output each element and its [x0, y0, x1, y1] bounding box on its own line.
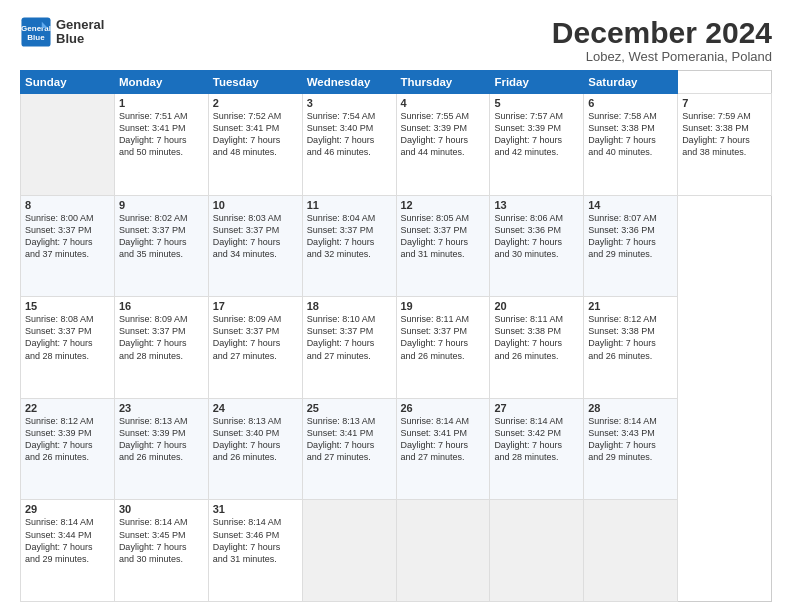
logo-line2: Blue	[56, 32, 104, 46]
col-monday: Monday	[114, 71, 208, 94]
day-info: Sunrise: 8:02 AMSunset: 3:37 PMDaylight:…	[119, 212, 204, 261]
day-info: Sunrise: 8:14 AMSunset: 3:41 PMDaylight:…	[401, 415, 486, 464]
day-info: Sunrise: 8:12 AMSunset: 3:38 PMDaylight:…	[588, 313, 673, 362]
day-info: Sunrise: 8:03 AMSunset: 3:37 PMDaylight:…	[213, 212, 298, 261]
day-number: 11	[307, 199, 392, 211]
day-info: Sunrise: 8:14 AMSunset: 3:42 PMDaylight:…	[494, 415, 579, 464]
calendar-week-1: 8Sunrise: 8:00 AMSunset: 3:37 PMDaylight…	[21, 195, 772, 297]
col-wednesday: Wednesday	[302, 71, 396, 94]
calendar-cell: 17Sunrise: 8:09 AMSunset: 3:37 PMDayligh…	[208, 297, 302, 399]
day-number: 14	[588, 199, 673, 211]
calendar-cell: 3Sunrise: 7:54 AMSunset: 3:40 PMDaylight…	[302, 94, 396, 196]
day-info: Sunrise: 8:05 AMSunset: 3:37 PMDaylight:…	[401, 212, 486, 261]
calendar-cell: 22Sunrise: 8:12 AMSunset: 3:39 PMDayligh…	[21, 398, 115, 500]
calendar-cell: 29Sunrise: 8:14 AMSunset: 3:44 PMDayligh…	[21, 500, 115, 602]
day-info: Sunrise: 8:09 AMSunset: 3:37 PMDaylight:…	[213, 313, 298, 362]
col-saturday: Saturday	[584, 71, 678, 94]
day-info: Sunrise: 8:07 AMSunset: 3:36 PMDaylight:…	[588, 212, 673, 261]
day-info: Sunrise: 8:10 AMSunset: 3:37 PMDaylight:…	[307, 313, 392, 362]
col-sunday: Sunday	[21, 71, 115, 94]
day-number: 13	[494, 199, 579, 211]
calendar-cell	[584, 500, 678, 602]
day-info: Sunrise: 8:08 AMSunset: 3:37 PMDaylight:…	[25, 313, 110, 362]
day-number: 9	[119, 199, 204, 211]
calendar-cell: 15Sunrise: 8:08 AMSunset: 3:37 PMDayligh…	[21, 297, 115, 399]
header: General Blue General Blue December 2024 …	[20, 16, 772, 64]
calendar-body: 1Sunrise: 7:51 AMSunset: 3:41 PMDaylight…	[21, 94, 772, 602]
calendar-cell: 11Sunrise: 8:04 AMSunset: 3:37 PMDayligh…	[302, 195, 396, 297]
calendar-cell: 23Sunrise: 8:13 AMSunset: 3:39 PMDayligh…	[114, 398, 208, 500]
calendar-cell	[302, 500, 396, 602]
day-number: 26	[401, 402, 486, 414]
calendar-cell: 28Sunrise: 8:14 AMSunset: 3:43 PMDayligh…	[584, 398, 678, 500]
day-number: 27	[494, 402, 579, 414]
calendar-cell: 31Sunrise: 8:14 AMSunset: 3:46 PMDayligh…	[208, 500, 302, 602]
calendar-cell: 18Sunrise: 8:10 AMSunset: 3:37 PMDayligh…	[302, 297, 396, 399]
day-number: 17	[213, 300, 298, 312]
calendar-cell: 21Sunrise: 8:12 AMSunset: 3:38 PMDayligh…	[584, 297, 678, 399]
day-number: 3	[307, 97, 392, 109]
day-number: 18	[307, 300, 392, 312]
day-number: 1	[119, 97, 204, 109]
calendar-week-0: 1Sunrise: 7:51 AMSunset: 3:41 PMDaylight…	[21, 94, 772, 196]
col-tuesday: Tuesday	[208, 71, 302, 94]
day-info: Sunrise: 8:13 AMSunset: 3:41 PMDaylight:…	[307, 415, 392, 464]
day-number: 4	[401, 97, 486, 109]
day-info: Sunrise: 7:55 AMSunset: 3:39 PMDaylight:…	[401, 110, 486, 159]
calendar-cell: 26Sunrise: 8:14 AMSunset: 3:41 PMDayligh…	[396, 398, 490, 500]
calendar-cell: 16Sunrise: 8:09 AMSunset: 3:37 PMDayligh…	[114, 297, 208, 399]
day-number: 20	[494, 300, 579, 312]
calendar-cell: 8Sunrise: 8:00 AMSunset: 3:37 PMDaylight…	[21, 195, 115, 297]
day-number: 8	[25, 199, 110, 211]
day-number: 30	[119, 503, 204, 515]
calendar-week-4: 29Sunrise: 8:14 AMSunset: 3:44 PMDayligh…	[21, 500, 772, 602]
day-number: 31	[213, 503, 298, 515]
day-info: Sunrise: 8:11 AMSunset: 3:37 PMDaylight:…	[401, 313, 486, 362]
day-info: Sunrise: 8:14 AMSunset: 3:46 PMDaylight:…	[213, 516, 298, 565]
day-number: 19	[401, 300, 486, 312]
day-number: 5	[494, 97, 579, 109]
day-number: 16	[119, 300, 204, 312]
title-block: December 2024 Lobez, West Pomerania, Pol…	[552, 16, 772, 64]
day-number: 25	[307, 402, 392, 414]
col-thursday: Thursday	[396, 71, 490, 94]
day-info: Sunrise: 8:06 AMSunset: 3:36 PMDaylight:…	[494, 212, 579, 261]
svg-text:Blue: Blue	[27, 33, 45, 42]
location-subtitle: Lobez, West Pomerania, Poland	[552, 49, 772, 64]
calendar-cell: 25Sunrise: 8:13 AMSunset: 3:41 PMDayligh…	[302, 398, 396, 500]
logo: General Blue General Blue	[20, 16, 104, 48]
calendar-cell: 9Sunrise: 8:02 AMSunset: 3:37 PMDaylight…	[114, 195, 208, 297]
day-number: 6	[588, 97, 673, 109]
calendar-header: Sunday Monday Tuesday Wednesday Thursday…	[21, 71, 772, 94]
calendar-cell: 7Sunrise: 7:59 AMSunset: 3:38 PMDaylight…	[678, 94, 772, 196]
calendar-cell: 4Sunrise: 7:55 AMSunset: 3:39 PMDaylight…	[396, 94, 490, 196]
logo-text: General Blue	[56, 18, 104, 47]
calendar-cell: 10Sunrise: 8:03 AMSunset: 3:37 PMDayligh…	[208, 195, 302, 297]
calendar-cell: 24Sunrise: 8:13 AMSunset: 3:40 PMDayligh…	[208, 398, 302, 500]
col-friday: Friday	[490, 71, 584, 94]
logo-line1: General	[56, 18, 104, 32]
calendar-cell	[490, 500, 584, 602]
day-number: 7	[682, 97, 767, 109]
day-number: 10	[213, 199, 298, 211]
day-number: 29	[25, 503, 110, 515]
calendar-cell: 13Sunrise: 8:06 AMSunset: 3:36 PMDayligh…	[490, 195, 584, 297]
calendar-cell: 6Sunrise: 7:58 AMSunset: 3:38 PMDaylight…	[584, 94, 678, 196]
month-title: December 2024	[552, 16, 772, 49]
day-number: 12	[401, 199, 486, 211]
calendar-cell: 14Sunrise: 8:07 AMSunset: 3:36 PMDayligh…	[584, 195, 678, 297]
day-info: Sunrise: 8:04 AMSunset: 3:37 PMDaylight:…	[307, 212, 392, 261]
day-number: 21	[588, 300, 673, 312]
header-row: Sunday Monday Tuesday Wednesday Thursday…	[21, 71, 772, 94]
calendar-cell	[21, 94, 115, 196]
day-info: Sunrise: 8:00 AMSunset: 3:37 PMDaylight:…	[25, 212, 110, 261]
calendar-cell: 19Sunrise: 8:11 AMSunset: 3:37 PMDayligh…	[396, 297, 490, 399]
calendar-page: General Blue General Blue December 2024 …	[0, 0, 792, 612]
day-info: Sunrise: 8:14 AMSunset: 3:43 PMDaylight:…	[588, 415, 673, 464]
calendar-cell: 5Sunrise: 7:57 AMSunset: 3:39 PMDaylight…	[490, 94, 584, 196]
day-info: Sunrise: 7:52 AMSunset: 3:41 PMDaylight:…	[213, 110, 298, 159]
day-info: Sunrise: 8:13 AMSunset: 3:40 PMDaylight:…	[213, 415, 298, 464]
day-number: 23	[119, 402, 204, 414]
day-number: 24	[213, 402, 298, 414]
day-info: Sunrise: 7:57 AMSunset: 3:39 PMDaylight:…	[494, 110, 579, 159]
